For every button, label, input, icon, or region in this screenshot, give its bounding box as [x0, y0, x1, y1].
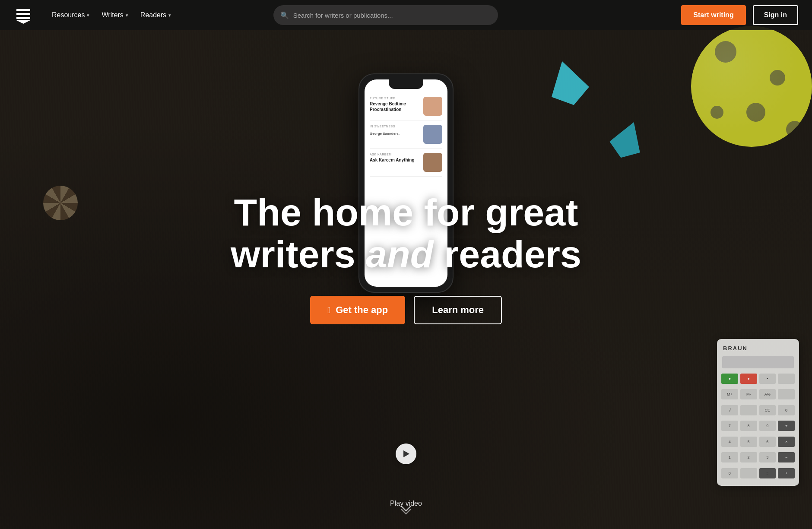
article-1-thumb [423, 97, 442, 116]
calc-btn-13: 9 [759, 421, 776, 431]
calc-btn-22: − [778, 452, 795, 462]
calculator-buttons: ● ● • M+ M- A% √ CE 0 7 8 9 ÷ 4 5 6 × 1 … [721, 374, 795, 481]
search-bar: 🔍 [273, 5, 498, 25]
start-writing-button[interactable]: Start writing [681, 5, 745, 25]
calc-btn-5: A% [759, 389, 776, 399]
navbar: Resources ▾ Writers ▾ Readers ▾ 🔍 Start … [0, 0, 812, 30]
article-1-title: Revenge Bedtime Procrastination [370, 101, 417, 112]
phone-notch [389, 79, 423, 89]
phone-article-3: ASK KAREEM Ask Kareem Anything [370, 149, 442, 177]
search-input[interactable] [273, 5, 498, 25]
calc-btn-green1: ● [721, 374, 738, 384]
play-icon [403, 450, 409, 457]
calc-btn-20: 2 [740, 452, 757, 462]
svg-rect-2 [16, 13, 30, 15]
hero-title: The home for great writers and readers [231, 192, 581, 276]
svg-rect-3 [16, 17, 30, 19]
calc-btn-24 [740, 468, 757, 478]
apple-icon:  [327, 306, 330, 314]
calc-btn-21: 3 [759, 452, 776, 462]
calc-btn-23: 0 [721, 468, 738, 478]
scroll-down-chevron[interactable] [400, 503, 412, 515]
calculator-screen [722, 356, 794, 368]
sign-in-button[interactable]: Sign in [753, 5, 798, 25]
article-3-title: Ask Kareem Anything [370, 157, 415, 163]
logo[interactable] [14, 6, 33, 25]
svg-rect-1 [16, 9, 30, 11]
search-icon: 🔍 [280, 11, 289, 19]
decorative-braided-object [43, 186, 78, 220]
calc-btn-10: 0 [778, 405, 795, 415]
calc-btn-6 [778, 389, 795, 399]
phone-content: FUTURE STUFF Revenge Bedtime Procrastina… [365, 89, 447, 180]
nav-item-readers[interactable]: Readers ▾ [135, 8, 176, 22]
decorative-calculator: ● ● • M+ M- A% √ CE 0 7 8 9 ÷ 4 5 6 × 1 … [717, 339, 799, 486]
decorative-yellow-ball [691, 26, 812, 147]
writers-chevron-icon: ▾ [126, 13, 128, 18]
nav-item-resources[interactable]: Resources ▾ [47, 8, 95, 22]
readers-chevron-icon: ▾ [168, 13, 171, 18]
article-3-thumb [423, 153, 442, 172]
calc-btn-18: × [778, 437, 795, 447]
calc-btn-25: = [759, 468, 776, 478]
article-1-tag: FUTURE STUFF [370, 97, 417, 100]
calc-btn-11: 7 [721, 421, 738, 431]
calc-btn-12: 8 [740, 421, 757, 431]
phone-article-2: IN SWEETNESS George Saunders, [370, 120, 442, 149]
calc-btn-26: + [778, 468, 795, 478]
nav-item-writers[interactable]: Writers ▾ [96, 8, 133, 22]
hero-section: ● ● • M+ M- A% √ CE 0 7 8 9 ÷ 4 5 6 × 1 … [0, 0, 812, 529]
calc-btn-14: ÷ [778, 421, 795, 431]
calc-btn-4: M- [740, 389, 757, 399]
calc-btn-1: • [759, 374, 776, 384]
calc-btn-7: √ [721, 405, 738, 415]
calc-btn-9: CE [759, 405, 776, 415]
resources-chevron-icon: ▾ [87, 13, 89, 18]
article-2-author: George Saunders, [370, 129, 400, 136]
learn-more-button[interactable]: Learn more [414, 296, 502, 324]
play-video-button[interactable] [396, 443, 416, 464]
calc-btn-3: M+ [721, 389, 738, 399]
calc-btn-red1: ● [740, 374, 757, 384]
article-2-tag: IN SWEETNESS [370, 125, 400, 128]
logo-icon [14, 6, 33, 25]
hero-content: The home for great writers and readers … [231, 192, 581, 351]
hero-buttons:  Get the app Learn more [310, 296, 502, 324]
calc-btn-16: 5 [740, 437, 757, 447]
calc-btn-2 [778, 374, 795, 384]
calc-btn-15: 4 [721, 437, 738, 447]
calc-btn-8 [740, 405, 757, 415]
phone-article-1: FUTURE STUFF Revenge Bedtime Procrastina… [370, 92, 442, 120]
nav-right: Start writing Sign in [681, 5, 798, 25]
nav-links: Resources ▾ Writers ▾ Readers ▾ [47, 8, 176, 22]
article-2-thumb [423, 125, 442, 144]
get-app-button[interactable]:  Get the app [310, 296, 405, 324]
calc-btn-17: 6 [759, 437, 776, 447]
article-3-tag: ASK KAREEM [370, 153, 415, 156]
calc-btn-19: 1 [721, 452, 738, 462]
